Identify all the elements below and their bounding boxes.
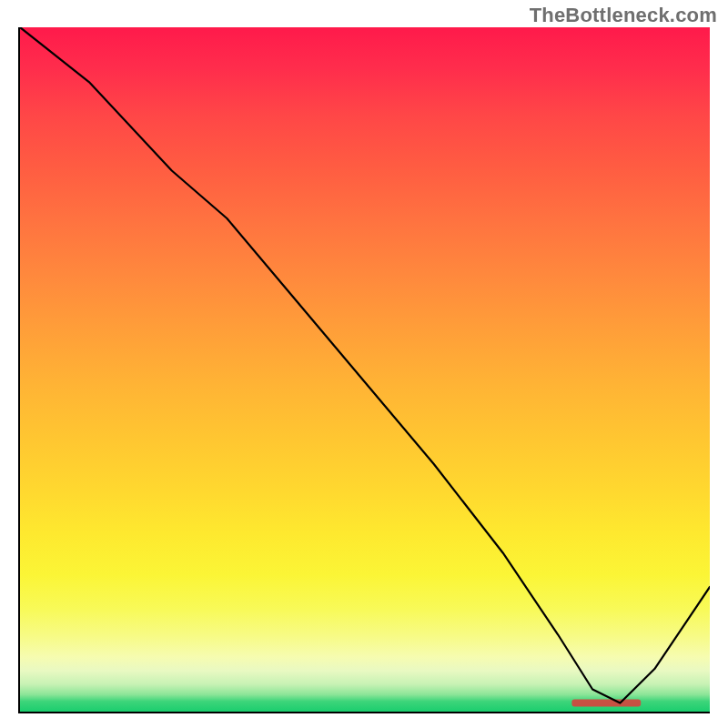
- watermark-text: TheBottleneck.com: [530, 4, 717, 27]
- bottleneck-curve: [20, 27, 710, 710]
- chart-plot-area: [18, 27, 710, 713]
- bottleneck-curve-path: [20, 27, 710, 703]
